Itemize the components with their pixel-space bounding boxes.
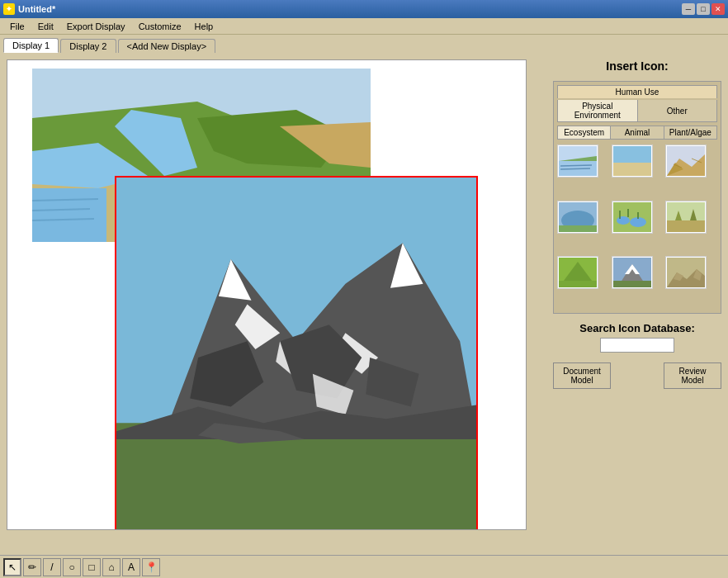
- svg-rect-48: [667, 220, 705, 232]
- tool-line[interactable]: /: [43, 558, 61, 576]
- tool-pencil[interactable]: ✏: [23, 558, 41, 576]
- right-panel: Insert Icon: Human Use Physical Environm…: [546, 53, 728, 555]
- icon-cell-grassland[interactable]: [557, 256, 598, 289]
- tool-house[interactable]: ⌂: [102, 558, 121, 576]
- canvas-area: [0, 53, 546, 555]
- document-model-button[interactable]: DocumentModel: [553, 362, 611, 389]
- svg-marker-32: [613, 146, 651, 163]
- svg-point-42: [617, 216, 630, 225]
- menu-customize[interactable]: Customize: [132, 20, 188, 33]
- minimize-button[interactable]: ─: [682, 3, 695, 15]
- title-bar: ✦ Untitled* ─ □ ✕: [0, 0, 728, 18]
- menu-help[interactable]: Help: [188, 20, 220, 33]
- maximize-button[interactable]: □: [697, 3, 710, 15]
- subcat-other[interactable]: Other: [638, 100, 717, 121]
- main-content: Insert Icon: Human Use Physical Environm…: [0, 53, 728, 555]
- tab-add-display[interactable]: <Add New Display>: [118, 39, 216, 53]
- iconcat-plant-algae[interactable]: Plant/Algae: [664, 126, 716, 139]
- tool-rectangle[interactable]: □: [83, 558, 101, 576]
- icon-cell-dunes[interactable]: [665, 144, 707, 178]
- svg-line-28: [560, 165, 592, 166]
- menu-file[interactable]: File: [3, 20, 31, 33]
- menu-export-display[interactable]: Export Display: [60, 20, 132, 33]
- tab-display2[interactable]: Display 2: [60, 39, 116, 53]
- main-category-row: Human Use: [557, 85, 717, 98]
- icon-cell-savanna[interactable]: [665, 201, 707, 234]
- canvas-frame[interactable]: [7, 59, 527, 530]
- close-button[interactable]: ✕: [711, 3, 725, 15]
- tool-oval[interactable]: ○: [63, 558, 81, 576]
- toolbar: ↖ ✏ / ○ □ ⌂ A 📍: [0, 555, 728, 578]
- tab-bar: Display 1 Display 2 <Add New Display>: [0, 35, 728, 53]
- tool-pin[interactable]: 📍: [142, 558, 160, 576]
- search-input[interactable]: [600, 338, 674, 353]
- svg-rect-40: [559, 225, 597, 232]
- window-title: Untitled*: [18, 4, 55, 14]
- icon-cell-beach[interactable]: [612, 144, 653, 178]
- search-label: Search Icon Database:: [553, 322, 721, 334]
- icon-cell-alpine[interactable]: [612, 256, 653, 289]
- svg-rect-5: [32, 188, 106, 242]
- icon-cell-lake[interactable]: [557, 201, 598, 234]
- icon-cell-rocky[interactable]: [665, 256, 707, 289]
- svg-rect-41: [613, 202, 651, 232]
- menu-bar: File Edit Export Display Customize Help: [0, 18, 728, 35]
- svg-rect-31: [613, 163, 651, 176]
- action-buttons: DocumentModel ReviewModel: [553, 362, 721, 389]
- menu-edit[interactable]: Edit: [31, 20, 60, 33]
- iconcat-animal[interactable]: Animal: [611, 126, 664, 139]
- tab-display1[interactable]: Display 1: [3, 38, 59, 53]
- review-model-button[interactable]: ReviewModel: [664, 362, 721, 389]
- selected-scene: [115, 176, 478, 530]
- tool-text[interactable]: A: [122, 558, 140, 576]
- svg-line-29: [560, 168, 590, 169]
- icon-cell-river[interactable]: [557, 144, 598, 178]
- icon-selector-box: Human Use Physical Environment Other Eco…: [553, 81, 721, 314]
- icon-grid: [557, 144, 717, 310]
- cat-human-use[interactable]: Human Use: [557, 85, 717, 98]
- svg-rect-53: [559, 281, 597, 287]
- iconcat-ecosystem[interactable]: Ecosystem: [558, 126, 611, 139]
- tool-arrow[interactable]: ↖: [3, 558, 21, 576]
- insert-icon-title: Insert Icon:: [553, 59, 721, 73]
- svg-rect-57: [613, 281, 651, 287]
- icon-cell-wetland[interactable]: [612, 201, 653, 234]
- subcat-physical-environment[interactable]: Physical Environment: [558, 100, 638, 121]
- app-icon: ✦: [3, 3, 15, 15]
- window-controls[interactable]: ─ □ ✕: [682, 3, 725, 15]
- search-section: Search Icon Database:: [553, 322, 721, 353]
